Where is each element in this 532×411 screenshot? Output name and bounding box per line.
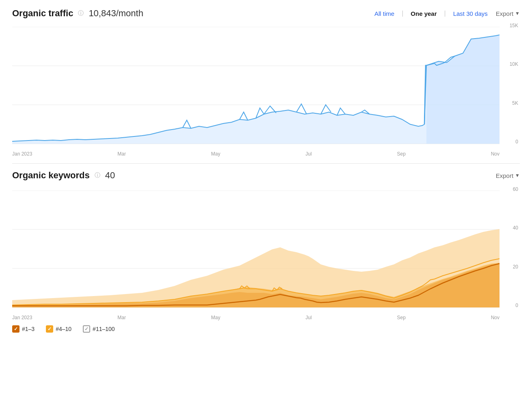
last-30-days-filter[interactable]: Last 30 days xyxy=(453,10,488,17)
keywords-legend: ✓ #1–3 ✓ #4–10 ✓ #11–100 xyxy=(12,325,520,333)
section-divider xyxy=(12,163,520,164)
legend-checkbox-4-10[interactable]: ✓ xyxy=(46,325,53,333)
ky-label-40: 40 xyxy=(502,225,520,231)
traffic-chart-container: 0 5K 10K 15K xyxy=(12,23,520,157)
traffic-chart-svg xyxy=(12,27,500,145)
keywords-title: Organic keywords xyxy=(12,170,90,181)
kx-label-nov: Nov xyxy=(491,315,500,320)
traffic-title: Organic traffic xyxy=(12,8,73,19)
kx-label-jul: Jul xyxy=(305,315,311,320)
x-label-jan: Jan 2023 xyxy=(12,151,32,157)
keywords-chart-container: 0 20 40 60 xyxy=(12,186,520,320)
legend-item-11-100[interactable]: ✓ #11–100 xyxy=(83,325,115,333)
export-arrow-icon: ▼ xyxy=(515,11,520,16)
legend-checkbox-11-100[interactable]: ✓ xyxy=(83,325,90,333)
kx-label-jan: Jan 2023 xyxy=(12,315,32,320)
keywords-header: Organic keywords ⓘ 40 Export ▼ xyxy=(12,170,520,181)
one-year-filter[interactable]: One year xyxy=(411,10,437,17)
keywords-info-icon[interactable]: ⓘ xyxy=(95,172,100,179)
x-label-jul: Jul xyxy=(305,151,311,157)
traffic-area-fill xyxy=(12,35,500,144)
traffic-chart-area xyxy=(12,27,500,145)
traffic-export-button[interactable]: Export ▼ xyxy=(496,10,520,17)
keywords-chart-area xyxy=(12,190,500,308)
keywords-header-left: Organic keywords ⓘ 40 xyxy=(12,170,115,181)
keywords-chart-wrapper: 0 20 40 60 xyxy=(12,186,520,320)
traffic-value: 10,843/month xyxy=(89,8,143,19)
x-label-sep: Sep xyxy=(397,151,405,157)
kx-label-may: May xyxy=(211,315,221,320)
traffic-x-axis: Jan 2023 Mar May Jul Sep Nov xyxy=(12,147,500,157)
y-label-15k: 15K xyxy=(502,23,520,28)
legend-label-11-100: #11–100 xyxy=(93,326,115,332)
y-label-0: 0 xyxy=(502,139,520,145)
x-label-may: May xyxy=(211,151,221,157)
kx-label-mar: Mar xyxy=(117,315,126,320)
all-time-filter[interactable]: All time xyxy=(374,10,394,17)
keywords-x-axis: Jan 2023 Mar May Jul Sep Nov xyxy=(12,310,500,320)
traffic-y-axis: 0 5K 10K 15K xyxy=(502,23,520,145)
keywords-export-button[interactable]: Export ▼ xyxy=(496,172,520,179)
legend-item-1-3[interactable]: ✓ #1–3 xyxy=(12,325,35,333)
kx-label-sep: Sep xyxy=(397,315,405,320)
keywords-value: 40 xyxy=(105,170,115,181)
ky-label-0: 0 xyxy=(502,303,520,308)
traffic-chart-wrapper: 0 5K 10K 15K xyxy=(12,23,520,157)
keywords-section: Organic keywords ⓘ 40 Export ▼ 0 20 40 6… xyxy=(12,170,520,333)
x-label-nov: Nov xyxy=(491,151,500,157)
keywords-chart-svg xyxy=(12,190,500,308)
legend-item-4-10[interactable]: ✓ #4–10 xyxy=(46,325,71,333)
y-label-10k: 10K xyxy=(502,61,520,67)
ky-label-20: 20 xyxy=(502,264,520,270)
time-filters: All time | One year | Last 30 days xyxy=(374,10,488,17)
traffic-header: Organic traffic ⓘ 10,843/month All time … xyxy=(12,8,520,19)
legend-label-4-10: #4–10 xyxy=(56,326,71,332)
ky-label-60: 60 xyxy=(502,186,520,192)
traffic-header-left: Organic traffic ⓘ 10,843/month xyxy=(12,8,143,19)
y-label-5k: 5K xyxy=(502,100,520,106)
keywords-y-axis: 0 20 40 60 xyxy=(502,186,520,308)
legend-checkbox-1-3[interactable]: ✓ xyxy=(12,325,19,333)
x-label-mar: Mar xyxy=(117,151,126,157)
legend-label-1-3: #1–3 xyxy=(22,326,35,332)
keywords-export-arrow-icon: ▼ xyxy=(515,173,520,178)
traffic-header-right: All time | One year | Last 30 days Expor… xyxy=(374,10,520,17)
traffic-info-icon[interactable]: ⓘ xyxy=(78,10,84,17)
